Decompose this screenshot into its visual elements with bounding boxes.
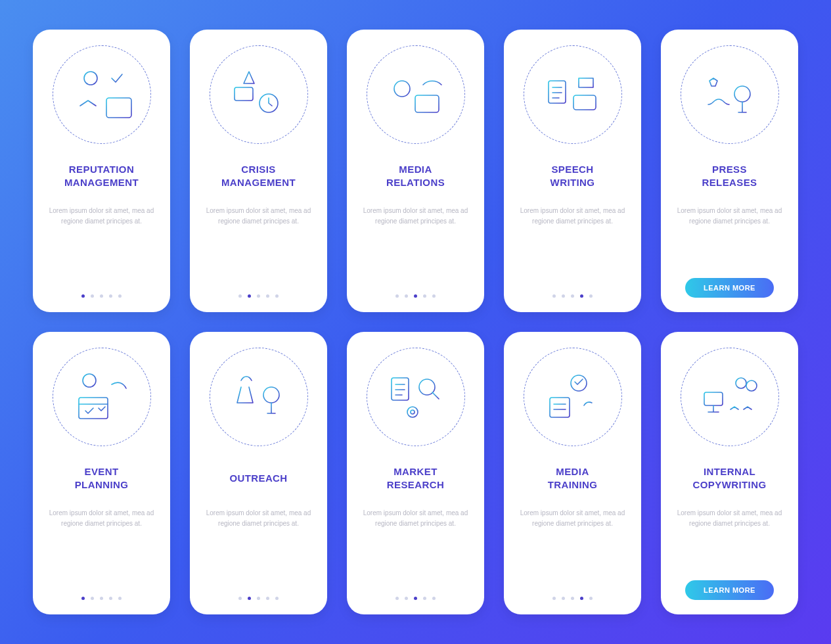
page-dot[interactable] (571, 597, 574, 600)
page-dot[interactable] (589, 597, 593, 600)
page-dot[interactable] (432, 294, 436, 298)
page-indicator (552, 281, 593, 298)
page-dot[interactable] (571, 294, 574, 298)
page-dot[interactable] (118, 294, 122, 298)
page-indicator (238, 281, 279, 298)
page-dot[interactable] (395, 294, 399, 298)
card-description: Lorem ipsum dolor sit amet, mea ad regio… (360, 508, 472, 528)
svg-rect-17 (550, 398, 570, 417)
card-title: INTERNAL COPYWRITING (693, 465, 767, 492)
onboarding-card-media-relations: MEDIA RELATIONSLorem ipsum dolor sit ame… (347, 30, 484, 312)
onboarding-card-reputation-management: REPUTATION MANAGEMENTLorem ipsum dolor s… (33, 30, 170, 312)
card-description: Lorem ipsum dolor sit amet, mea ad regio… (46, 206, 158, 226)
page-dot[interactable] (100, 597, 103, 600)
page-indicator (238, 584, 279, 600)
page-dot[interactable] (118, 597, 122, 600)
svg-rect-6 (549, 81, 566, 103)
page-dot[interactable] (266, 294, 269, 298)
onboarding-card-internal-copywriting: INTERNAL COPYWRITINGLorem ipsum dolor si… (661, 332, 798, 614)
svg-point-10 (83, 374, 96, 387)
card-title: OUTREACH (229, 465, 287, 492)
page-dot[interactable] (109, 597, 112, 600)
page-dot[interactable] (580, 294, 583, 298)
card-description: Lorem ipsum dolor sit amet, mea ad regio… (203, 206, 315, 226)
market-icon (367, 348, 465, 446)
press-icon (681, 45, 779, 144)
copy-icon (681, 348, 779, 446)
card-title: EVENT PLANNING (75, 465, 129, 492)
page-dot[interactable] (395, 597, 399, 600)
page-dot[interactable] (91, 597, 94, 600)
svg-rect-5 (415, 95, 439, 112)
card-description: Lorem ipsum dolor sit amet, mea ad regio… (674, 206, 786, 226)
page-dot[interactable] (248, 597, 251, 600)
card-description: Lorem ipsum dolor sit amet, mea ad regio… (674, 508, 786, 528)
page-dot[interactable] (257, 597, 260, 600)
svg-point-1 (84, 72, 97, 85)
page-dot[interactable] (238, 597, 242, 600)
page-dot[interactable] (91, 294, 94, 298)
page-dot[interactable] (562, 294, 565, 298)
page-dot[interactable] (405, 597, 408, 600)
page-dot[interactable] (248, 294, 251, 298)
page-indicator (81, 584, 122, 600)
svg-rect-0 (106, 98, 131, 118)
page-dot[interactable] (275, 597, 279, 600)
card-description: Lorem ipsum dolor sit amet, mea ad regio… (517, 206, 629, 226)
onboarding-card-media-training: MEDIA TRAININGLorem ipsum dolor sit amet… (504, 332, 641, 614)
onboarding-card-crisis-management: CRISIS MANAGEMENTLorem ipsum dolor sit a… (190, 30, 327, 312)
page-indicator (395, 584, 436, 600)
card-title: REPUTATION MANAGEMENT (64, 162, 139, 190)
card-title: MEDIA RELATIONS (386, 162, 445, 190)
page-dot[interactable] (552, 294, 556, 298)
outreach-icon (210, 348, 308, 446)
onboarding-card-event-planning: EVENT PLANNINGLorem ipsum dolor sit amet… (33, 332, 170, 614)
card-title: MEDIA TRAINING (548, 465, 598, 492)
onboarding-card-outreach: OUTREACHLorem ipsum dolor sit amet, mea … (190, 332, 327, 614)
media-rel-icon (367, 45, 465, 144)
training-icon (524, 348, 622, 446)
card-description: Lorem ipsum dolor sit amet, mea ad regio… (203, 508, 315, 528)
svg-point-19 (736, 378, 746, 388)
page-dot[interactable] (405, 294, 408, 298)
page-dot[interactable] (238, 294, 242, 298)
svg-point-20 (746, 380, 757, 391)
page-dot[interactable] (552, 597, 556, 600)
page-dot[interactable] (81, 597, 85, 600)
card-title: MARKET RESEARCH (387, 465, 444, 492)
crisis-icon (210, 45, 308, 144)
svg-rect-18 (704, 392, 723, 405)
svg-point-15 (411, 410, 415, 414)
card-title: SPEECH WRITING (550, 162, 595, 190)
page-dot[interactable] (275, 294, 279, 298)
page-indicator (395, 281, 436, 298)
onboarding-card-press-releases: PRESS RELEASESLorem ipsum dolor sit amet… (661, 30, 798, 312)
learn-more-button[interactable]: LEARN MORE (685, 278, 774, 298)
page-indicator (552, 584, 593, 600)
page-dot[interactable] (257, 294, 260, 298)
svg-point-14 (407, 407, 418, 417)
page-dot[interactable] (414, 597, 417, 600)
svg-point-11 (263, 387, 279, 403)
page-indicator (81, 281, 122, 298)
page-dot[interactable] (562, 597, 565, 600)
learn-more-button[interactable]: LEARN MORE (685, 580, 774, 600)
card-title: PRESS RELEASES (702, 162, 757, 190)
page-dot[interactable] (423, 294, 426, 298)
speech-icon (524, 45, 622, 144)
page-dot[interactable] (423, 597, 426, 600)
page-dot[interactable] (266, 597, 269, 600)
page-dot[interactable] (414, 294, 417, 298)
page-dot[interactable] (109, 294, 112, 298)
card-title: CRISIS MANAGEMENT (221, 162, 296, 190)
page-dot[interactable] (432, 597, 436, 600)
svg-point-8 (734, 86, 750, 102)
event-icon (53, 348, 151, 446)
page-dot[interactable] (100, 294, 103, 298)
card-description: Lorem ipsum dolor sit amet, mea ad regio… (360, 206, 472, 226)
page-dot[interactable] (589, 294, 593, 298)
page-dot[interactable] (81, 294, 85, 298)
card-description: Lorem ipsum dolor sit amet, mea ad regio… (46, 508, 158, 528)
svg-rect-3 (235, 87, 253, 101)
page-dot[interactable] (580, 597, 583, 600)
